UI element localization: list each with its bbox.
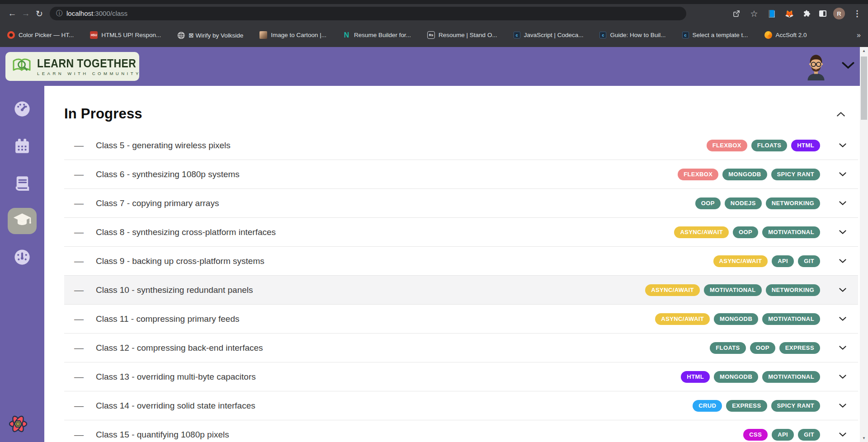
dash-icon: —	[74, 400, 85, 411]
address-bar[interactable]: ⓘ localhost:3000/class	[50, 7, 686, 20]
bookmark-item[interactable]: Image to Cartoon |...	[259, 31, 326, 39]
bookmark-label: Image to Cartoon |...	[271, 32, 326, 38]
menu-kebab-icon[interactable]: ⋮	[852, 8, 863, 19]
tag-badge: SPICY RANT	[771, 400, 821, 412]
class-title: Class 10 - synthesizing redundant panels	[96, 285, 253, 295]
bookmarks-overflow-icon[interactable]: »	[857, 31, 861, 39]
class-title: Class 13 - overriding multi-byte capacit…	[96, 372, 256, 382]
sidebar-item-calendar[interactable]	[8, 134, 37, 160]
bookmarks-bar: Color Picker — HT...HSUHTML5 UP! Respon.…	[0, 23, 868, 47]
bookmark-item[interactable]: Color Picker — HT...	[7, 31, 74, 39]
book-magnifier-logo-icon	[11, 55, 33, 78]
page-scrollbar[interactable]: ▲ ▼	[860, 47, 868, 442]
tag-badge: OOP	[733, 226, 758, 238]
bookmark-label: Resume Builder for...	[354, 32, 411, 38]
class-row[interactable]: —Class 12 - compressing back-end interfa…	[64, 334, 858, 362]
bookmark-label: JavaScript | Codeca...	[524, 32, 584, 38]
sidebar-item-book[interactable]	[8, 171, 37, 197]
tag-badge: API	[772, 429, 794, 441]
codecademy-favicon-icon: c	[599, 32, 606, 38]
row-chevron-down-icon[interactable]	[839, 375, 846, 379]
class-row[interactable]: —Class 14 - overriding solid state inter…	[64, 391, 858, 420]
tag-badge: FLOATS	[710, 342, 745, 354]
scroll-up-icon[interactable]: ▲	[860, 47, 868, 55]
row-chevron-down-icon[interactable]	[839, 172, 846, 176]
bookmark-item[interactable]: AccSoft 2.0	[764, 31, 807, 39]
row-chevron-down-icon[interactable]	[839, 288, 846, 292]
bookmark-item[interactable]: RsResoume | Stand O...	[427, 31, 497, 39]
row-chevron-down-icon[interactable]	[839, 317, 846, 321]
profile-chevron-down-icon[interactable]	[842, 62, 854, 71]
tag-badge: ASYNC/AWAIT	[645, 284, 700, 296]
app-logo[interactable]: LEARN TOGETHER LEARN WITH COMMUNITY	[5, 52, 139, 81]
browser-profile-avatar[interactable]: R	[833, 8, 845, 19]
class-row[interactable]: —Class 13 - overriding multi-byte capaci…	[64, 362, 858, 391]
logo-subtitle: LEARN WITH COMMUNITY	[37, 71, 145, 76]
tag-list: ASYNC/AWAITMONGODBMOTIVATIONAL	[655, 313, 820, 325]
class-row[interactable]: —Class 7 - copying primary arraysOOPNODE…	[64, 189, 858, 218]
bookmark-item[interactable]: HSUHTML5 UP! Respon...	[90, 31, 161, 39]
sidebar-item-meter[interactable]	[8, 245, 37, 271]
class-row[interactable]: —Class 11 - compressing primary feedsASY…	[64, 305, 858, 334]
tag-badge: SPICY RANT	[771, 169, 821, 180]
bookmark-label: HTML5 UP! Respon...	[101, 32, 161, 38]
row-chevron-down-icon[interactable]	[839, 259, 846, 263]
tag-badge: CSS	[743, 429, 768, 441]
row-chevron-down-icon[interactable]	[839, 143, 846, 147]
tag-badge: NETWORKING	[766, 197, 820, 209]
user-avatar[interactable]	[801, 51, 831, 82]
tag-list: FLOATSOOPEXPRESS	[710, 342, 820, 354]
bookmark-star-icon[interactable]: ☆	[749, 8, 760, 19]
bookmark-item[interactable]: cSelect a template t...	[682, 32, 748, 38]
forward-icon[interactable]: →	[19, 9, 33, 19]
class-title: Class 14 - overriding solid state interf…	[96, 401, 255, 411]
row-chevron-down-icon[interactable]	[839, 201, 846, 205]
scrollbar-thumb[interactable]	[861, 56, 867, 120]
tag-badge: EXPRESS	[726, 400, 767, 412]
logo-title: LEARN TOGETHER	[37, 57, 136, 70]
class-title: Class 5 - generating wireless pixels	[96, 141, 231, 150]
bookmark-item[interactable]: cJavaScript | Codeca...	[514, 32, 584, 38]
class-row[interactable]: —Class 6 - synthesizing 1080p systemsFLE…	[64, 160, 858, 189]
graduation-cap-icon	[12, 210, 32, 232]
bookmark-item[interactable]: cGuide: How to Buil...	[599, 32, 665, 38]
scroll-down-icon[interactable]: ▼	[860, 434, 868, 442]
meter-icon	[13, 248, 32, 268]
back-icon[interactable]: ←	[5, 9, 19, 19]
tag-badge: CRUD	[693, 400, 722, 412]
class-row[interactable]: —Class 10 - synthesizing redundant panel…	[64, 276, 858, 305]
tag-list: ASYNC/AWAITOOPMOTIVATIONAL	[674, 226, 820, 238]
tag-list: FLEXBOXFLOATSHTML	[707, 140, 820, 151]
reload-icon[interactable]: ↻	[33, 9, 46, 19]
row-chevron-down-icon[interactable]	[839, 404, 846, 408]
row-chevron-down-icon[interactable]	[839, 433, 846, 437]
dictionary-extension-icon[interactable]: 📘	[766, 8, 777, 19]
section-collapse-chevron-up-icon[interactable]	[836, 112, 845, 117]
extensions-puzzle-icon[interactable]	[802, 8, 812, 19]
dash-icon: —	[74, 198, 85, 209]
sidebar-item-gauge[interactable]	[8, 97, 37, 123]
tag-badge: GIT	[798, 429, 820, 441]
class-row[interactable]: —Class 5 - generating wireless pixelsFLE…	[64, 131, 858, 160]
tag-list: FLEXBOXMONGODBSPICY RANT	[678, 169, 820, 180]
class-row[interactable]: —Class 15 - quantifying 1080p pixelsCSSA…	[64, 420, 858, 442]
row-chevron-down-icon[interactable]	[839, 230, 846, 234]
resoume-favicon-icon: Rs	[427, 31, 435, 39]
share-icon[interactable]	[731, 8, 742, 19]
tag-list: HTMLMONGODBMOTIVATIONAL	[681, 371, 820, 383]
metamask-fox-icon[interactable]: 🦊	[784, 8, 795, 19]
calendar-icon	[13, 136, 32, 157]
sidebar-item-classes[interactable]	[8, 208, 37, 234]
side-panel-icon[interactable]	[819, 10, 826, 17]
class-row[interactable]: —Class 8 - synthesizing cross-platform i…	[64, 218, 858, 247]
tag-badge: MOTIVATIONAL	[762, 226, 820, 238]
row-chevron-down-icon[interactable]	[839, 346, 846, 350]
bookmark-item[interactable]: NResume Builder for...	[343, 31, 411, 39]
bookmark-item[interactable]: 🌐⊠ Wirify by Volkside	[177, 31, 243, 39]
site-info-icon[interactable]: ⓘ	[56, 9, 62, 18]
class-row[interactable]: —Class 9 - backing up cross-platform sys…	[64, 247, 858, 276]
tag-badge: OOP	[750, 342, 775, 354]
dash-icon: —	[74, 169, 85, 180]
photo-favicon-icon	[259, 31, 267, 39]
class-title: Class 12 - compressing back-end interfac…	[96, 343, 263, 353]
